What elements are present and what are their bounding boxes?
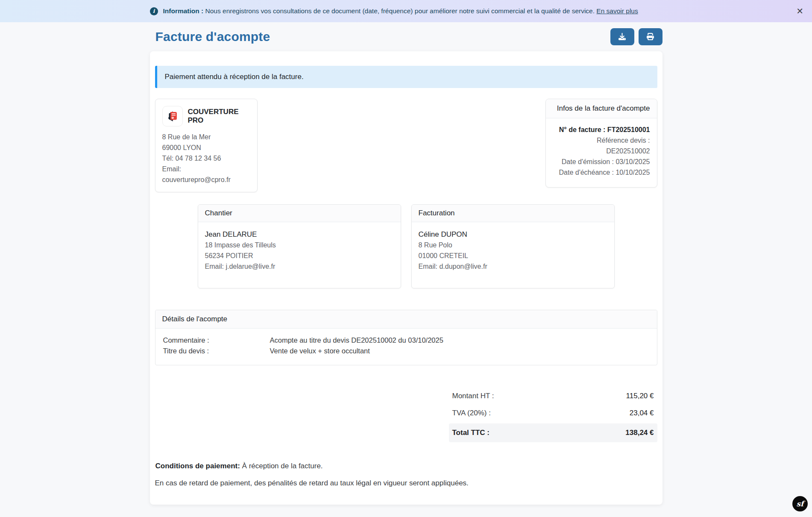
symfony-profiler-icon[interactable]: sf [792, 496, 808, 511]
total-ht-value: 115,20 € [626, 392, 654, 400]
banner-message: Information : Nous enregistrons vos cons… [163, 7, 638, 15]
tracking-info-banner: i Information : Nous enregistrons vos co… [0, 0, 812, 22]
chantier-box: Chantier Jean DELARUE 18 Impasse des Til… [198, 204, 401, 288]
issue-date: Date d'émission : 03/10/2025 [553, 156, 650, 167]
totals-block: Montant HT : 115,20 € TVA (20%) : 23,04 … [449, 388, 657, 442]
header-actions [610, 28, 662, 45]
learn-more-link[interactable]: En savoir plus [596, 7, 638, 15]
total-ttc-row: Total TTC : 138,24 € [449, 423, 657, 442]
chantier-address-line: 56234 POITIER [205, 250, 394, 261]
invoice-number: N° de facture : FT202510001 [553, 124, 650, 135]
chantier-email-line: Email: j.delarue@live.fr [205, 261, 394, 272]
party-row: Chantier Jean DELARUE 18 Impasse des Til… [155, 204, 657, 288]
due-date: Date d'échéance : 10/10/2025 [553, 167, 650, 178]
payment-conditions: Conditions de paiement: À réception de l… [155, 462, 657, 470]
banner-label: Information : [163, 7, 204, 15]
tva-value: 23,04 € [630, 409, 654, 417]
print-button[interactable] [639, 28, 662, 45]
invoice-info-body: N° de facture : FT202510001 Référence de… [546, 118, 657, 187]
chantier-body: Jean DELARUE 18 Impasse des Tilleuls 562… [198, 222, 401, 288]
meta-row: COUVERTURE PRO 8 Rue de la Mer 69000 LYO… [155, 99, 657, 192]
payment-alert-text: Paiement attendu à réception de la factu… [165, 73, 304, 81]
page-header: Facture d'acompte [150, 22, 662, 51]
page-title: Facture d'acompte [155, 29, 270, 44]
download-button[interactable] [610, 28, 634, 45]
detail-row: Titre du devis : Vente de velux + store … [163, 346, 649, 356]
printer-icon [647, 33, 654, 40]
company-card: COUVERTURE PRO 8 Rue de la Mer 69000 LYO… [155, 99, 258, 192]
facturation-name: Céline DUPON [419, 229, 607, 240]
deposit-details-box: Détails de l'acompte Commentaire : Acomp… [155, 310, 657, 365]
detail-value: Vente de velux + store occultant [270, 346, 370, 356]
detail-label: Commentaire : [163, 335, 270, 346]
company-address-line: 8 Rue de la Mer [162, 132, 250, 142]
company-email-line: Email: couverturepro@cpro.fr [162, 164, 250, 185]
facturation-title: Facturation [412, 205, 614, 222]
detail-row: Commentaire : Acompte au titre du devis … [163, 335, 649, 346]
facturation-address-line: 01000 CRETEIL [419, 250, 607, 261]
deposit-details-body: Commentaire : Acompte au titre du devis … [155, 329, 657, 365]
total-ht-label: Montant HT : [452, 392, 494, 400]
quote-reference: Référence devis : DE202510002 [553, 135, 650, 156]
company-logo-icon [162, 106, 183, 126]
main-container: Facture d'acompte Paiement attendu à réc… [150, 22, 662, 505]
facturation-email-line: Email: d.dupon@live.fr [419, 261, 607, 272]
detail-label: Titre du devis : [163, 346, 270, 356]
chantier-title: Chantier [198, 205, 401, 222]
chantier-address-line: 18 Impasse des Tilleuls [205, 240, 394, 250]
company-name: COUVERTURE PRO [188, 108, 250, 125]
total-ttc-value: 138,24 € [625, 429, 654, 437]
payment-conditions-value: À réception de la facture. [242, 462, 323, 470]
company-header: COUVERTURE PRO [162, 106, 250, 126]
info-icon: i [150, 7, 158, 15]
detail-value: Acompte au titre du devis DE202510002 du… [270, 335, 443, 346]
facturation-address-line: 8 Rue Polo [419, 240, 607, 250]
facturation-box: Facturation Céline DUPON 8 Rue Polo 0100… [411, 204, 615, 288]
late-payment-notice: En cas de retard de paiement, des pénali… [155, 479, 657, 488]
payment-conditions-label: Conditions de paiement: [155, 462, 240, 470]
download-icon [619, 33, 626, 40]
deposit-details-title: Détails de l'acompte [155, 310, 657, 329]
tva-row: TVA (20%) : 23,04 € [449, 405, 657, 422]
total-ht-row: Montant HT : 115,20 € [449, 388, 657, 405]
page: { "banner": { "label": "Information :", … [0, 0, 812, 517]
invoice-card: Paiement attendu à réception de la factu… [150, 51, 662, 505]
facturation-body: Céline DUPON 8 Rue Polo 01000 CRETEIL Em… [412, 222, 614, 288]
close-icon[interactable]: ✕ [796, 7, 803, 15]
company-phone-line: Tél: 04 78 12 34 56 [162, 153, 250, 164]
tva-label: TVA (20%) : [452, 409, 491, 417]
payment-alert: Paiement attendu à réception de la factu… [155, 66, 657, 88]
invoice-info-title: Infos de la facture d'acompte [546, 99, 657, 118]
chantier-name: Jean DELARUE [205, 229, 394, 240]
banner-body-text: Nous enregistrons vos consultations de c… [205, 7, 595, 15]
total-ttc-label: Total TTC : [452, 429, 490, 437]
invoice-info-box: Infos de la facture d'acompte N° de fact… [545, 99, 657, 188]
company-address-line: 69000 LYON [162, 142, 250, 153]
